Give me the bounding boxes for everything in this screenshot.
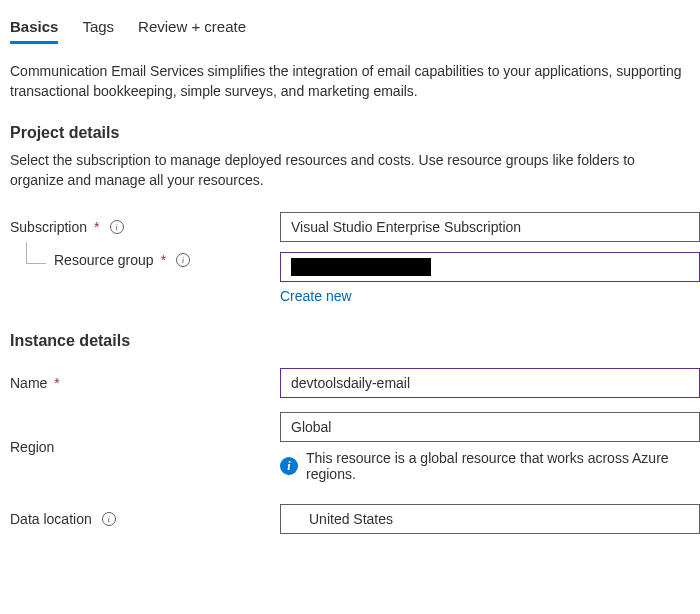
create-new-link[interactable]: Create new	[280, 288, 352, 304]
name-value: devtoolsdaily-email	[291, 375, 410, 391]
data-location-value: United States	[309, 511, 393, 527]
tab-review-create[interactable]: Review + create	[138, 18, 246, 43]
tab-bar: Basics Tags Review + create	[10, 18, 700, 43]
info-icon[interactable]: i	[110, 220, 124, 234]
name-label: Name *	[10, 375, 280, 391]
info-icon[interactable]: i	[176, 253, 190, 267]
name-label-text: Name	[10, 375, 47, 391]
region-info-text: This resource is a global resource that …	[306, 450, 700, 482]
project-details-desc: Select the subscription to manage deploy…	[10, 150, 690, 191]
project-details-title: Project details	[10, 124, 700, 142]
resource-group-label: Resource group * i	[10, 252, 280, 268]
name-row: Name * devtoolsdaily-email	[10, 366, 700, 400]
region-select[interactable]: Global	[280, 412, 700, 442]
resource-group-select[interactable]	[280, 252, 700, 282]
tab-basics[interactable]: Basics	[10, 18, 58, 43]
region-info-banner: i This resource is a global resource tha…	[280, 450, 700, 482]
region-label-text: Region	[10, 439, 54, 455]
subscription-label-text: Subscription	[10, 219, 87, 235]
info-icon[interactable]: i	[102, 512, 116, 526]
required-asterisk: *	[54, 375, 59, 391]
subscription-value: Visual Studio Enterprise Subscription	[291, 219, 521, 235]
subscription-select[interactable]: Visual Studio Enterprise Subscription	[280, 212, 700, 242]
data-location-select[interactable]: United States	[280, 504, 700, 534]
intro-text: Communication Email Services simplifies …	[10, 61, 690, 102]
required-asterisk: *	[94, 219, 99, 235]
tree-connector	[26, 242, 46, 264]
info-filled-icon: i	[280, 457, 298, 475]
resource-group-row: Resource group * i Create new	[10, 252, 700, 304]
instance-details-section: Instance details Name * devtoolsdaily-em…	[10, 332, 700, 536]
region-value: Global	[291, 419, 331, 435]
instance-details-title: Instance details	[10, 332, 700, 350]
region-label: Region	[10, 439, 280, 455]
region-row: Region Global i This resource is a globa…	[10, 412, 700, 482]
name-input[interactable]: devtoolsdaily-email	[280, 368, 700, 398]
data-location-label: Data location i	[10, 511, 280, 527]
subscription-label: Subscription * i	[10, 219, 280, 235]
data-location-label-text: Data location	[10, 511, 92, 527]
required-asterisk: *	[161, 252, 166, 268]
resource-group-value-redacted	[291, 258, 431, 276]
project-details-section: Project details Select the subscription …	[10, 124, 700, 305]
subscription-row: Subscription * i Visual Studio Enterpris…	[10, 210, 700, 244]
resource-group-label-text: Resource group	[54, 252, 154, 268]
tab-tags[interactable]: Tags	[82, 18, 114, 43]
data-location-row: Data location i United States	[10, 502, 700, 536]
